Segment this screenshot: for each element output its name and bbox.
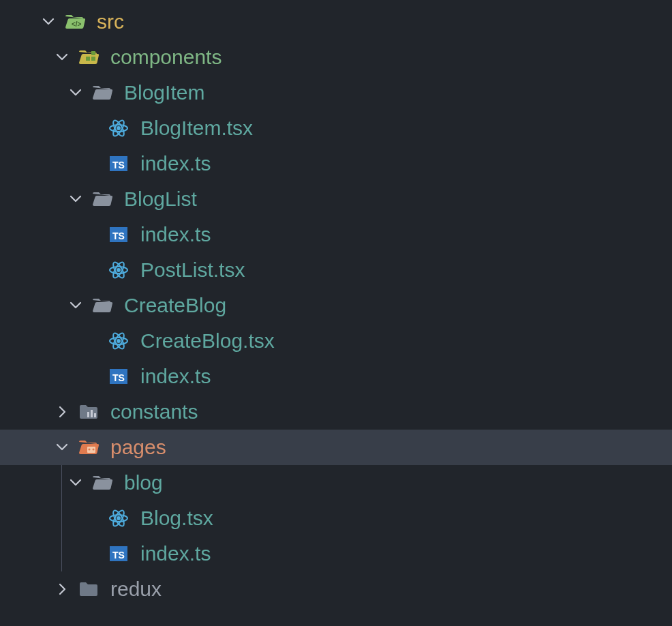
tree-item-index-ts[interactable]: index.ts [0,536,672,571]
tree-item-blog[interactable]: blog [0,465,672,501]
tree-item-redux[interactable]: redux [0,571,672,607]
chevron-down-icon [55,50,70,65]
chevron-down-icon [68,85,83,100]
tree-label: constants [110,402,198,422]
tree-label: index.ts [140,153,211,174]
tree-item-blogitem-tsx[interactable]: BlogItem.tsx [0,110,672,146]
tree-label: Blog.tsx [140,508,213,528]
tree-item-createblog[interactable]: CreateBlog [0,288,672,323]
folder-components-icon [78,46,100,68]
tree-label: pages [110,437,166,458]
folder-pages-icon [78,436,100,458]
react-icon [108,117,129,139]
chevron-right-icon [55,404,70,419]
tree-item-index-ts[interactable]: index.ts [0,146,672,181]
tree-label: src [97,12,124,32]
tree-label: index.ts [140,543,211,564]
tree-label: CreateBlog [124,295,226,316]
chevron-down-icon [68,475,83,490]
tree-label: index.ts [140,366,211,387]
chevron-down-icon [55,440,70,455]
tree-item-blog-tsx[interactable]: Blog.tsx [0,501,672,536]
svg-rect-10 [87,412,89,417]
folder-open-icon [91,295,113,316]
tree-item-components[interactable]: components [0,40,672,75]
react-icon [108,259,129,281]
tree-item-bloglist[interactable]: BlogList [0,181,672,217]
folder-src-icon: </> [64,11,86,33]
svg-point-14 [89,449,91,451]
svg-rect-7 [86,57,90,61]
tree-label: BlogList [124,189,197,209]
react-icon [108,507,129,529]
tree-label: redux [110,579,162,599]
tree-item-index-ts[interactable]: index.ts [0,359,672,394]
tree-item-pages[interactable]: pages [0,430,672,465]
chevron-down-icon [68,192,83,207]
ts-icon [108,224,129,245]
tree-label: PostList.tsx [140,260,245,280]
svg-rect-12 [94,413,96,417]
folder-open-icon [91,188,113,210]
svg-rect-9 [91,51,95,55]
folder-redux-icon [78,578,100,600]
chevron-down-icon [41,14,56,29]
folder-open-icon [91,82,113,104]
tree-label: BlogItem.tsx [140,118,253,138]
svg-rect-8 [91,57,95,61]
tree-item-createblog-tsx[interactable]: CreateBlog.tsx [0,323,672,359]
svg-text:</>: </> [72,20,82,28]
tree-item-index-ts[interactable]: index.ts [0,217,672,252]
ts-icon [108,366,129,387]
chevron-right-icon [55,582,70,597]
tree-item-postlist-tsx[interactable]: PostList.tsx [0,252,672,288]
react-icon [108,330,129,352]
tree-item-constants[interactable]: constants [0,394,672,430]
folder-open-icon [91,472,113,494]
tree-label: CreateBlog.tsx [140,331,275,351]
tree-label: components [110,47,222,68]
tree-label: BlogItem [124,83,204,103]
folder-constants-icon [78,401,100,423]
ts-icon [108,153,129,175]
tree-label: index.ts [140,224,211,245]
tree-item-blogitem[interactable]: BlogItem [0,75,672,110]
chevron-down-icon [68,298,83,313]
tree-item-src[interactable]: </> src [0,4,672,40]
ts-icon [108,543,129,565]
svg-rect-11 [91,410,93,417]
tree-label: blog [124,473,163,493]
svg-point-15 [93,449,95,451]
